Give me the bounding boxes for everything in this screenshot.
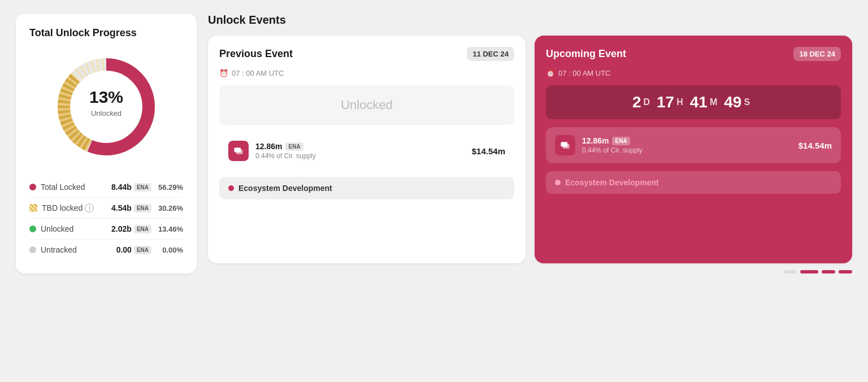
prev-event-header: Previous Event 11 DEC 24 (219, 47, 514, 61)
prev-unlocked-box: Unlocked (219, 85, 514, 125)
untracked-value: 0.00 (116, 245, 132, 254)
upcoming-clock-icon: ⏰ (546, 69, 555, 77)
countdown-hours-unit: H (676, 97, 683, 107)
legend-row-tbd: TBD locked i 4.54b ENA 30.26% (29, 198, 183, 219)
legend-row-untracked: Untracked 0.00 ENA 0.00% (29, 240, 183, 260)
prev-token-details: 12.86m ENA 0.44% of Cir. supply (255, 142, 465, 160)
locked-dot (29, 184, 36, 190)
prev-token-svg (233, 145, 244, 157)
countdown-seconds: 49 (724, 93, 741, 111)
upcoming-token-details: 12.86m ENA 0.44% of Cir. supply (582, 136, 792, 154)
previous-event-card: Previous Event 11 DEC 24 ⏰ 07 : 00 AM UT… (208, 36, 526, 263)
right-section: Unlock Events Previous Event 11 DEC 24 ⏰… (208, 14, 852, 274)
unlocked-label: Unlocked (41, 224, 111, 233)
page-dot-1[interactable] (783, 270, 797, 274)
untracked-dot (29, 246, 36, 253)
upcoming-event-date: 18 DEC 24 (793, 47, 841, 61)
upcoming-token-supply: 0.44% of Cir. supply (582, 146, 792, 154)
tbd-pct: 30.26% (155, 204, 183, 212)
prev-token-amount-row: 12.86m ENA (255, 142, 465, 151)
prev-token-badge: ENA (285, 142, 303, 151)
tbd-label: TBD locked i (42, 203, 111, 212)
prev-category-button[interactable]: Ecosystem Development (219, 177, 514, 199)
untracked-badge: ENA (134, 246, 151, 254)
prev-event-time: ⏰ 07 : 00 AM UTC (219, 69, 514, 77)
countdown-box: 2 D 17 H 41 M 49 S (546, 85, 841, 119)
prev-event-name: Previous Event (219, 48, 293, 60)
unlocked-pct: 13.46% (155, 225, 183, 233)
svg-text:13%: 13% (89, 88, 123, 106)
page-dot-4[interactable] (839, 270, 852, 274)
donut-wrapper: 13% Unlocked (29, 50, 183, 163)
upcoming-category-button[interactable]: Ecosystem Development (546, 171, 841, 194)
upcoming-event-card: Upcoming Event 18 DEC 24 ⏰ 07 : 00 AM UT… (535, 36, 852, 263)
countdown-minutes-unit: M (710, 97, 717, 107)
pagination (208, 270, 852, 274)
svg-rect-10 (563, 144, 570, 149)
locked-pct: 56.29% (155, 183, 183, 192)
upcoming-category-label: Ecosystem Development (565, 178, 659, 187)
countdown-days-unit: D (643, 97, 650, 107)
legend-section: Total Locked 8.44b ENA 56.29% TBD locked… (29, 177, 183, 260)
prev-token-supply: 0.44% of Cir. supply (255, 152, 465, 160)
prev-category-label: Ecosystem Development (238, 184, 332, 193)
untracked-pct: 0.00% (155, 246, 183, 254)
unlocked-dot (29, 225, 36, 232)
upcoming-event-name: Upcoming Event (546, 48, 626, 60)
prev-clock-icon: ⏰ (219, 69, 228, 77)
page-dot-3[interactable] (822, 270, 835, 274)
upcoming-token-svg (559, 140, 571, 151)
legend-row-unlocked: Unlocked 2.02b ENA 13.46% (29, 219, 183, 240)
legend-row-locked: Total Locked 8.44b ENA 56.29% (29, 177, 183, 198)
prev-token-usd: $14.54m (472, 146, 505, 156)
upcoming-token-usd: $14.54m (798, 141, 832, 150)
prev-category-dot (228, 185, 234, 191)
svg-text:Unlocked: Unlocked (91, 109, 121, 118)
prev-token-amount: 12.86m (255, 142, 282, 151)
locked-value: 8.44b (111, 183, 132, 192)
countdown-days: 2 (632, 93, 641, 111)
events-row: Previous Event 11 DEC 24 ⏰ 07 : 00 AM UT… (208, 36, 852, 263)
countdown-minutes: 41 (690, 93, 708, 111)
prev-event-date: 11 DEC 24 (467, 47, 514, 61)
locked-badge: ENA (134, 183, 151, 192)
unlocked-badge: ENA (134, 225, 151, 233)
tbd-info-icon[interactable]: i (85, 203, 94, 212)
upcoming-category-dot (555, 180, 561, 185)
upcoming-event-header: Upcoming Event 18 DEC 24 (546, 47, 841, 61)
main-container: Total Unlock Progress (16, 14, 852, 274)
svg-rect-8 (236, 150, 243, 154)
prev-token-icon (228, 141, 249, 161)
upcoming-token-icon (555, 135, 575, 155)
unlock-progress-card: Total Unlock Progress (16, 14, 197, 274)
section-title: Unlock Events (208, 14, 852, 27)
prev-token-info: 12.86m ENA 0.44% of Cir. supply $14.54m (219, 133, 514, 169)
tbd-badge: ENA (134, 204, 151, 212)
upcoming-event-time: ⏰ 07 : 00 AM UTC (546, 69, 841, 77)
upcoming-token-amount-row: 12.86m ENA (582, 136, 792, 145)
untracked-label: Untracked (41, 245, 116, 254)
unlocked-value: 2.02b (111, 224, 132, 233)
donut-chart: 13% Unlocked (50, 50, 163, 163)
tbd-value: 4.54b (111, 203, 132, 212)
tbd-dot (29, 204, 37, 212)
countdown-hours: 17 (657, 93, 674, 111)
upcoming-token-info: 12.86m ENA 0.44% of Cir. supply $14.54m (546, 127, 841, 163)
page-dot-2[interactable] (800, 270, 818, 274)
countdown-seconds-unit: S (744, 97, 750, 107)
upcoming-token-badge: ENA (612, 137, 630, 145)
upcoming-token-amount: 12.86m (582, 136, 609, 145)
donut-container: 13% Unlocked (50, 50, 163, 163)
locked-label: Total Locked (41, 183, 111, 192)
left-card-title: Total Unlock Progress (29, 27, 183, 39)
